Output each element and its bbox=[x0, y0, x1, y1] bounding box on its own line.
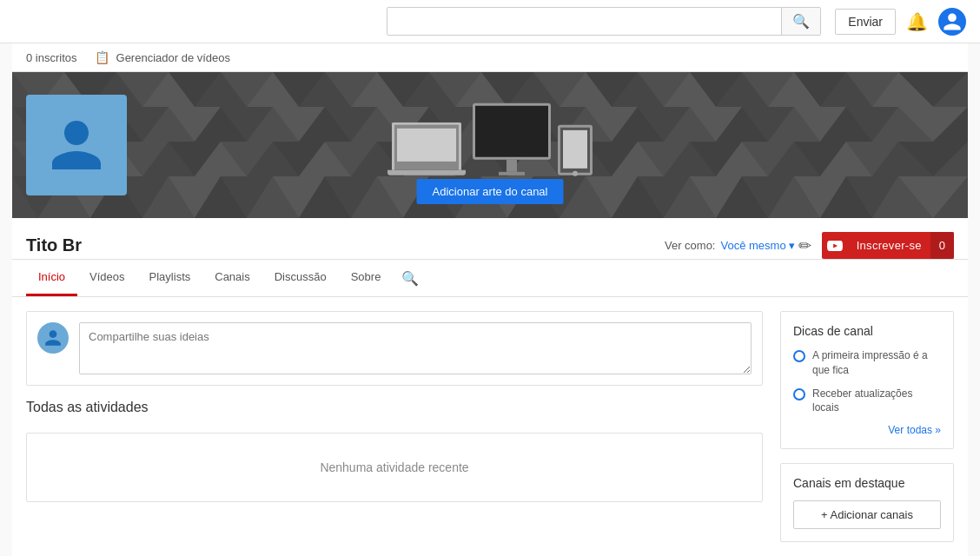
tips-card: Dicas de canal A primeira impressão é a … bbox=[780, 311, 954, 449]
tablet-inner bbox=[563, 130, 587, 169]
tab-search-icon[interactable]: 🔍 bbox=[396, 261, 424, 295]
device-monitor bbox=[473, 103, 551, 175]
tab-inicio[interactable]: Início bbox=[26, 260, 77, 296]
tab-playlists[interactable]: Playlists bbox=[137, 260, 203, 296]
manager-link[interactable]: 📋 Gerenciador de vídeos bbox=[95, 50, 231, 64]
tip-item-2: Receber atualizações locais bbox=[793, 387, 941, 416]
subscribers-count: 0 inscritos bbox=[26, 51, 77, 64]
channel-banner: Adicionar arte do canal bbox=[12, 72, 968, 218]
banner-devices bbox=[387, 103, 593, 175]
laptop-screen bbox=[392, 122, 461, 170]
tab-sobre[interactable]: Sobre bbox=[339, 260, 394, 296]
channel-wrapper: 0 inscritos 📋 Gerenciador de vídeos bbox=[12, 43, 968, 556]
manager-label: Gerenciador de vídeos bbox=[116, 51, 231, 64]
search-button[interactable]: 🔍 bbox=[781, 8, 820, 35]
post-user-icon bbox=[43, 328, 63, 348]
channel-actions: ✏ Inscrever-se 0 bbox=[795, 232, 954, 259]
tab-videos[interactable]: Vídeos bbox=[77, 260, 136, 296]
chevron-down-icon: ▾ bbox=[789, 239, 795, 252]
search-input[interactable] bbox=[387, 10, 781, 34]
no-activity-text: Nenhuma atividade recente bbox=[294, 434, 494, 500]
tab-discussao[interactable]: Discussão bbox=[262, 260, 339, 296]
ver-como-value: Você mesmo bbox=[720, 239, 785, 252]
activities-title: Todas as atividades bbox=[26, 400, 763, 422]
monitor-screen bbox=[473, 103, 551, 160]
channel-info: Tito Br Ver como: Você mesmo ▾ ✏ Inscrev… bbox=[12, 218, 968, 260]
post-avatar bbox=[37, 322, 69, 354]
channel-main: Todas as atividades Nenhuma atividade re… bbox=[12, 297, 968, 556]
featured-channels-card: Canais em destaque + Adicionar canais bbox=[780, 463, 954, 542]
subscribe-count: 0 bbox=[930, 232, 954, 259]
monitor-foot bbox=[499, 172, 525, 175]
channel-sidebar: Dicas de canal A primeira impressão é a … bbox=[780, 311, 954, 542]
activities-container: Nenhuma atividade recente bbox=[26, 433, 763, 502]
topbar: 🔍 Enviar 🔔 bbox=[0, 0, 980, 43]
bell-icon[interactable]: 🔔 bbox=[906, 11, 928, 32]
tips-title: Dicas de canal bbox=[793, 324, 941, 338]
tablet-btn bbox=[573, 171, 578, 176]
device-laptop bbox=[387, 122, 466, 175]
tab-canais[interactable]: Canais bbox=[202, 260, 262, 296]
stats-bar: 0 inscritos 📋 Gerenciador de vídeos bbox=[12, 43, 968, 72]
channel-name: Tito Br bbox=[26, 235, 651, 255]
ver-todas-link[interactable]: Ver todas » bbox=[793, 424, 941, 436]
tip-icon-2 bbox=[793, 388, 805, 400]
channel-tabs: Início Vídeos Playlists Canais Discussão… bbox=[12, 260, 968, 297]
banner-avatar bbox=[26, 95, 127, 195]
add-art-button[interactable]: Adicionar arte do canal bbox=[417, 179, 564, 204]
tip-item-1: A primeira impressão é a que fica bbox=[793, 348, 941, 378]
search-container: 🔍 bbox=[387, 7, 821, 36]
post-box bbox=[26, 311, 763, 386]
topbar-right: Enviar 🔔 bbox=[835, 8, 966, 36]
monitor-stand bbox=[507, 160, 517, 172]
user-icon bbox=[942, 11, 963, 32]
tip-text-2: Receber atualizações locais bbox=[812, 387, 941, 416]
add-canal-button[interactable]: + Adicionar canais bbox=[793, 500, 941, 529]
ver-como-container: Ver como: Você mesmo ▾ bbox=[665, 239, 795, 252]
tip-icon-1 bbox=[793, 350, 805, 362]
tip-text-1: A primeira impressão é a que fica bbox=[812, 348, 941, 378]
device-tablet bbox=[558, 125, 593, 175]
subscribe-label: Inscrever-se bbox=[848, 232, 930, 259]
activities-section: Todas as atividades Nenhuma atividade re… bbox=[26, 400, 763, 502]
post-input[interactable] bbox=[79, 322, 752, 374]
enviar-button[interactable]: Enviar bbox=[835, 9, 896, 35]
edit-button[interactable]: ✏ bbox=[795, 233, 815, 259]
ver-como-select[interactable]: Você mesmo ▾ bbox=[720, 239, 794, 252]
avatar[interactable] bbox=[938, 8, 966, 36]
featured-title: Canais em destaque bbox=[793, 476, 941, 490]
subscribe-button[interactable]: Inscrever-se 0 bbox=[822, 232, 954, 259]
banner-user-icon bbox=[46, 115, 107, 175]
youtube-icon bbox=[822, 234, 848, 258]
ver-como-label: Ver como: bbox=[665, 239, 716, 252]
channel-left: Todas as atividades Nenhuma atividade re… bbox=[26, 311, 763, 502]
laptop-base bbox=[387, 170, 466, 175]
search-icon: 🔍 bbox=[792, 14, 810, 29]
manager-icon: 📋 bbox=[95, 50, 109, 64]
